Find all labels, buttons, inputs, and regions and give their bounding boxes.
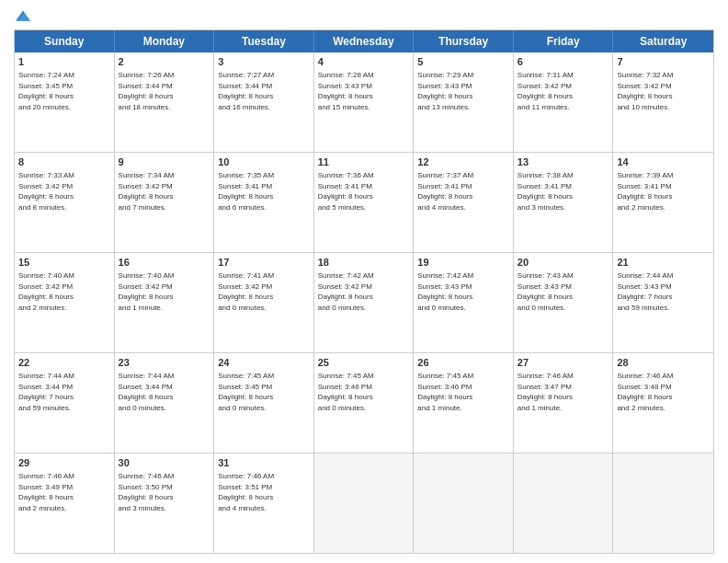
calendar-cell xyxy=(613,454,713,553)
header xyxy=(14,9,714,24)
calendar-cell: 30Sunrise: 7:46 AM Sunset: 3:50 PM Dayli… xyxy=(115,454,215,553)
calendar-cell: 2Sunrise: 7:26 AM Sunset: 3:44 PM Daylig… xyxy=(115,52,215,152)
calendar-cell: 8Sunrise: 7:33 AM Sunset: 3:42 PM Daylig… xyxy=(15,153,115,252)
header-day-tuesday: Tuesday xyxy=(214,30,314,52)
calendar-cell: 20Sunrise: 7:43 AM Sunset: 3:43 PM Dayli… xyxy=(514,253,614,352)
header-day-saturday: Saturday xyxy=(613,30,713,52)
calendar-cell: 14Sunrise: 7:39 AM Sunset: 3:41 PM Dayli… xyxy=(613,153,713,252)
calendar-cell: 12Sunrise: 7:37 AM Sunset: 3:41 PM Dayli… xyxy=(414,153,514,252)
calendar-body: 1Sunrise: 7:24 AM Sunset: 3:45 PM Daylig… xyxy=(15,52,713,553)
calendar-cell: 6Sunrise: 7:31 AM Sunset: 3:42 PM Daylig… xyxy=(514,52,614,152)
calendar-row: 15Sunrise: 7:40 AM Sunset: 3:42 PM Dayli… xyxy=(15,252,713,352)
calendar-cell: 19Sunrise: 7:42 AM Sunset: 3:43 PM Dayli… xyxy=(414,253,514,352)
calendar-cell: 24Sunrise: 7:45 AM Sunset: 3:45 PM Dayli… xyxy=(214,353,314,453)
calendar: SundayMondayTuesdayWednesdayThursdayFrid… xyxy=(14,29,714,554)
calendar-cell: 22Sunrise: 7:44 AM Sunset: 3:44 PM Dayli… xyxy=(15,353,115,453)
calendar-cell: 4Sunrise: 7:28 AM Sunset: 3:43 PM Daylig… xyxy=(314,52,415,152)
header-day-sunday: Sunday xyxy=(15,30,115,52)
calendar-cell: 15Sunrise: 7:40 AM Sunset: 3:42 PM Dayli… xyxy=(15,253,115,352)
calendar-cell: 13Sunrise: 7:38 AM Sunset: 3:41 PM Dayli… xyxy=(514,153,614,252)
header-day-wednesday: Wednesday xyxy=(314,30,415,52)
calendar-cell: 17Sunrise: 7:41 AM Sunset: 3:42 PM Dayli… xyxy=(214,253,314,352)
calendar-cell: 7Sunrise: 7:32 AM Sunset: 3:42 PM Daylig… xyxy=(613,52,713,152)
calendar-cell: 5Sunrise: 7:29 AM Sunset: 3:43 PM Daylig… xyxy=(414,52,514,152)
calendar-header: SundayMondayTuesdayWednesdayThursdayFrid… xyxy=(15,30,713,52)
calendar-row: 1Sunrise: 7:24 AM Sunset: 3:45 PM Daylig… xyxy=(15,52,713,152)
logo-icon xyxy=(16,9,30,24)
calendar-cell: 1Sunrise: 7:24 AM Sunset: 3:45 PM Daylig… xyxy=(15,52,115,152)
header-day-monday: Monday xyxy=(115,30,215,52)
calendar-cell: 29Sunrise: 7:46 AM Sunset: 3:49 PM Dayli… xyxy=(15,454,115,553)
calendar-cell: 31Sunrise: 7:46 AM Sunset: 3:51 PM Dayli… xyxy=(214,454,314,553)
calendar-cell: 23Sunrise: 7:44 AM Sunset: 3:44 PM Dayli… xyxy=(115,353,215,453)
calendar-cell: 16Sunrise: 7:40 AM Sunset: 3:42 PM Dayli… xyxy=(115,253,215,352)
calendar-cell: 28Sunrise: 7:46 AM Sunset: 3:48 PM Dayli… xyxy=(613,353,713,453)
calendar-cell: 27Sunrise: 7:46 AM Sunset: 3:47 PM Dayli… xyxy=(514,353,614,453)
calendar-cell: 18Sunrise: 7:42 AM Sunset: 3:42 PM Dayli… xyxy=(314,253,415,352)
calendar-cell: 25Sunrise: 7:45 AM Sunset: 3:46 PM Dayli… xyxy=(314,353,415,453)
calendar-cell: 10Sunrise: 7:35 AM Sunset: 3:41 PM Dayli… xyxy=(214,153,314,252)
calendar-cell: 11Sunrise: 7:36 AM Sunset: 3:41 PM Dayli… xyxy=(314,153,415,252)
calendar-cell: 26Sunrise: 7:45 AM Sunset: 3:46 PM Dayli… xyxy=(414,353,514,453)
calendar-cell: 3Sunrise: 7:27 AM Sunset: 3:44 PM Daylig… xyxy=(214,52,314,152)
page: SundayMondayTuesdayWednesdayThursdayFrid… xyxy=(0,0,728,563)
calendar-cell xyxy=(414,454,514,553)
header-day-friday: Friday xyxy=(514,30,614,52)
logo xyxy=(14,9,30,24)
header-day-thursday: Thursday xyxy=(414,30,514,52)
calendar-row: 29Sunrise: 7:46 AM Sunset: 3:49 PM Dayli… xyxy=(15,453,713,553)
calendar-row: 22Sunrise: 7:44 AM Sunset: 3:44 PM Dayli… xyxy=(15,352,713,453)
calendar-cell: 21Sunrise: 7:44 AM Sunset: 3:43 PM Dayli… xyxy=(613,253,713,352)
calendar-cell xyxy=(314,454,415,553)
calendar-cell: 9Sunrise: 7:34 AM Sunset: 3:42 PM Daylig… xyxy=(115,153,215,252)
calendar-cell xyxy=(514,454,614,553)
calendar-row: 8Sunrise: 7:33 AM Sunset: 3:42 PM Daylig… xyxy=(15,152,713,252)
